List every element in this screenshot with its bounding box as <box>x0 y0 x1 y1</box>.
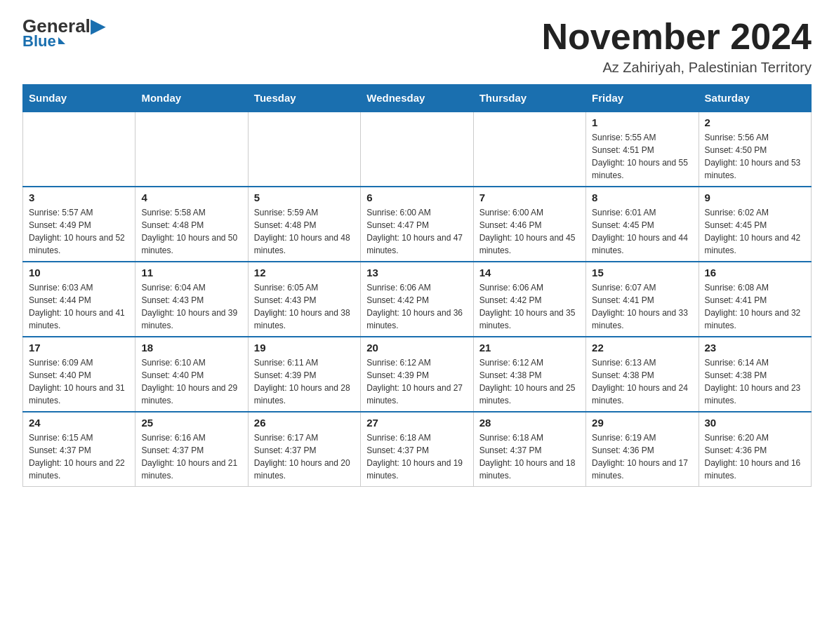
day-info: Sunrise: 6:06 AMSunset: 4:42 PMDaylight:… <box>366 283 463 330</box>
calendar-header-row: Sunday Monday Tuesday Wednesday Thursday… <box>23 85 812 112</box>
calendar-week-1: 1 Sunrise: 5:55 AMSunset: 4:51 PMDayligh… <box>23 112 812 187</box>
day-number: 21 <box>479 342 580 354</box>
day-info: Sunrise: 6:00 AMSunset: 4:47 PMDaylight:… <box>366 208 463 255</box>
day-number: 22 <box>592 342 692 354</box>
table-row: 23 Sunrise: 6:14 AMSunset: 4:38 PMDaylig… <box>699 337 811 412</box>
day-info: Sunrise: 6:03 AMSunset: 4:44 PMDaylight:… <box>29 283 125 330</box>
day-number: 2 <box>705 116 805 128</box>
table-row <box>135 112 248 187</box>
table-row: 14 Sunrise: 6:06 AMSunset: 4:42 PMDaylig… <box>473 262 585 337</box>
day-number: 25 <box>141 417 241 429</box>
day-info: Sunrise: 6:04 AMSunset: 4:43 PMDaylight:… <box>141 283 237 330</box>
day-info: Sunrise: 6:09 AMSunset: 4:40 PMDaylight:… <box>29 358 125 405</box>
day-number: 3 <box>29 192 129 203</box>
table-row: 28 Sunrise: 6:18 AMSunset: 4:37 PMDaylig… <box>473 412 585 487</box>
day-number: 14 <box>479 267 580 279</box>
day-info: Sunrise: 6:05 AMSunset: 4:43 PMDaylight:… <box>254 283 350 330</box>
day-number: 30 <box>705 417 805 429</box>
day-info: Sunrise: 6:18 AMSunset: 4:37 PMDaylight:… <box>479 433 576 481</box>
table-row: 20 Sunrise: 6:12 AMSunset: 4:39 PMDaylig… <box>361 337 473 412</box>
day-number: 24 <box>29 417 129 429</box>
day-info: Sunrise: 6:10 AMSunset: 4:40 PMDaylight:… <box>141 358 237 405</box>
table-row: 5 Sunrise: 5:59 AMSunset: 4:48 PMDayligh… <box>248 187 360 262</box>
month-title: November 2024 <box>542 17 812 57</box>
day-number: 28 <box>479 417 580 429</box>
day-number: 13 <box>366 267 467 279</box>
day-number: 23 <box>705 342 805 354</box>
day-number: 19 <box>254 342 355 354</box>
table-row: 6 Sunrise: 6:00 AMSunset: 4:47 PMDayligh… <box>361 187 473 262</box>
table-row: 29 Sunrise: 6:19 AMSunset: 4:36 PMDaylig… <box>586 412 699 487</box>
day-info: Sunrise: 6:01 AMSunset: 4:45 PMDaylight:… <box>592 208 688 255</box>
table-row: 17 Sunrise: 6:09 AMSunset: 4:40 PMDaylig… <box>23 337 135 412</box>
table-row: 18 Sunrise: 6:10 AMSunset: 4:40 PMDaylig… <box>135 337 248 412</box>
table-row: 21 Sunrise: 6:12 AMSunset: 4:38 PMDaylig… <box>473 337 585 412</box>
table-row: 7 Sunrise: 6:00 AMSunset: 4:46 PMDayligh… <box>473 187 585 262</box>
day-info: Sunrise: 6:12 AMSunset: 4:39 PMDaylight:… <box>366 358 463 405</box>
table-row: 16 Sunrise: 6:08 AMSunset: 4:41 PMDaylig… <box>699 262 811 337</box>
day-info: Sunrise: 5:55 AMSunset: 4:51 PMDaylight:… <box>592 133 688 180</box>
table-row: 10 Sunrise: 6:03 AMSunset: 4:44 PMDaylig… <box>23 262 135 337</box>
day-info: Sunrise: 6:19 AMSunset: 4:36 PMDaylight:… <box>592 433 688 481</box>
day-number: 9 <box>705 192 805 203</box>
col-tuesday: Tuesday <box>248 85 360 112</box>
table-row: 19 Sunrise: 6:11 AMSunset: 4:39 PMDaylig… <box>248 337 360 412</box>
day-number: 12 <box>254 267 355 279</box>
day-number: 6 <box>366 192 467 203</box>
day-info: Sunrise: 6:17 AMSunset: 4:37 PMDaylight:… <box>254 433 350 481</box>
table-row: 22 Sunrise: 6:13 AMSunset: 4:38 PMDaylig… <box>586 337 699 412</box>
calendar-week-3: 10 Sunrise: 6:03 AMSunset: 4:44 PMDaylig… <box>23 262 812 337</box>
day-info: Sunrise: 6:20 AMSunset: 4:36 PMDaylight:… <box>705 433 801 481</box>
table-row <box>23 112 135 187</box>
day-number: 18 <box>141 342 241 354</box>
day-number: 16 <box>705 267 805 279</box>
table-row: 8 Sunrise: 6:01 AMSunset: 4:45 PMDayligh… <box>586 187 699 262</box>
day-info: Sunrise: 6:16 AMSunset: 4:37 PMDaylight:… <box>141 433 237 481</box>
table-row <box>248 112 360 187</box>
logo: General▶ Blue <box>22 17 105 51</box>
day-info: Sunrise: 6:02 AMSunset: 4:45 PMDaylight:… <box>705 208 801 255</box>
table-row: 13 Sunrise: 6:06 AMSunset: 4:42 PMDaylig… <box>361 262 473 337</box>
table-row: 27 Sunrise: 6:18 AMSunset: 4:37 PMDaylig… <box>361 412 473 487</box>
table-row: 26 Sunrise: 6:17 AMSunset: 4:37 PMDaylig… <box>248 412 360 487</box>
title-block: November 2024 Az Zahiriyah, Palestinian … <box>542 17 812 76</box>
day-info: Sunrise: 6:12 AMSunset: 4:38 PMDaylight:… <box>479 358 576 405</box>
table-row: 9 Sunrise: 6:02 AMSunset: 4:45 PMDayligh… <box>699 187 811 262</box>
day-number: 29 <box>592 417 692 429</box>
location-subtitle: Az Zahiriyah, Palestinian Territory <box>542 60 812 76</box>
calendar-week-2: 3 Sunrise: 5:57 AMSunset: 4:49 PMDayligh… <box>23 187 812 262</box>
table-row: 1 Sunrise: 5:55 AMSunset: 4:51 PMDayligh… <box>586 112 699 187</box>
logo-triangle-icon <box>58 37 65 44</box>
table-row: 25 Sunrise: 6:16 AMSunset: 4:37 PMDaylig… <box>135 412 248 487</box>
col-saturday: Saturday <box>699 85 811 112</box>
day-number: 7 <box>479 192 580 203</box>
page-header: General▶ Blue November 2024 Az Zahiriyah… <box>22 17 812 76</box>
day-number: 17 <box>29 342 129 354</box>
day-number: 15 <box>592 267 692 279</box>
col-sunday: Sunday <box>23 85 135 112</box>
day-info: Sunrise: 5:59 AMSunset: 4:48 PMDaylight:… <box>254 208 350 255</box>
day-info: Sunrise: 6:13 AMSunset: 4:38 PMDaylight:… <box>592 358 688 405</box>
table-row: 15 Sunrise: 6:07 AMSunset: 4:41 PMDaylig… <box>586 262 699 337</box>
col-thursday: Thursday <box>473 85 585 112</box>
day-info: Sunrise: 6:07 AMSunset: 4:41 PMDaylight:… <box>592 283 688 330</box>
day-info: Sunrise: 6:14 AMSunset: 4:38 PMDaylight:… <box>705 358 801 405</box>
day-info: Sunrise: 5:56 AMSunset: 4:50 PMDaylight:… <box>705 133 801 180</box>
day-number: 1 <box>592 116 692 128</box>
table-row <box>473 112 585 187</box>
day-number: 20 <box>366 342 467 354</box>
day-number: 27 <box>366 417 467 429</box>
day-number: 5 <box>254 192 355 203</box>
table-row <box>361 112 473 187</box>
day-info: Sunrise: 6:11 AMSunset: 4:39 PMDaylight:… <box>254 358 350 405</box>
logo-general-accent: ▶ <box>91 15 105 36</box>
day-info: Sunrise: 6:00 AMSunset: 4:46 PMDaylight:… <box>479 208 576 255</box>
calendar-week-4: 17 Sunrise: 6:09 AMSunset: 4:40 PMDaylig… <box>23 337 812 412</box>
logo-blue-text: Blue <box>22 32 65 51</box>
col-monday: Monday <box>135 85 248 112</box>
table-row: 3 Sunrise: 5:57 AMSunset: 4:49 PMDayligh… <box>23 187 135 262</box>
table-row: 4 Sunrise: 5:58 AMSunset: 4:48 PMDayligh… <box>135 187 248 262</box>
table-row: 11 Sunrise: 6:04 AMSunset: 4:43 PMDaylig… <box>135 262 248 337</box>
day-info: Sunrise: 5:58 AMSunset: 4:48 PMDaylight:… <box>141 208 237 255</box>
day-number: 26 <box>254 417 355 429</box>
